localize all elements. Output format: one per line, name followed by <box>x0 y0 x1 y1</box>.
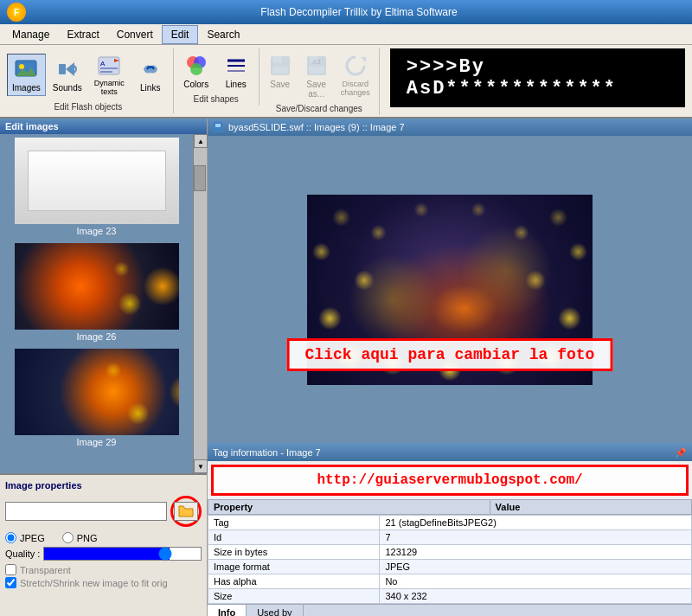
tag-table-row: Has alphaNo <box>208 574 692 589</box>
edit-objects-label: Edit Flash objects <box>54 102 122 112</box>
sounds-label: Sounds <box>53 83 82 93</box>
discard-icon <box>343 54 368 78</box>
toolbar-row-shapes: Colors Lines <box>177 50 255 93</box>
tag-property-cell: Has alpha <box>208 574 380 589</box>
right-panel: byasd5SLIDE.swf :: Images (9) :: Image 7… <box>208 119 692 616</box>
folder-button-circle[interactable] <box>170 496 202 527</box>
tag-table-row: Tag21 (stagDefineBitsJPEG2) <box>208 516 692 530</box>
menu-search[interactable]: Search <box>198 26 248 43</box>
svg-rect-7 <box>100 67 118 69</box>
menu-bar: Manage Extract Convert Edit Search <box>0 24 692 45</box>
image-list-container: Image 23 Image 26 Image 29 ▲ <box>0 134 207 473</box>
save-as-label: Saveas... <box>306 80 326 99</box>
dynamic-texts-label: Dynamictexts <box>94 80 125 97</box>
tag-property-cell: Tag <box>208 516 380 530</box>
menu-convert[interactable]: Convert <box>108 26 162 43</box>
images-label: Images <box>12 83 41 93</box>
title-bar: F Flash Decompiler Trillix by Eltima Sof… <box>0 0 692 24</box>
left-panel-title: Edit images <box>0 119 207 134</box>
tool-dynamic-texts-button[interactable]: A Dynamictexts <box>89 50 130 100</box>
tag-table-row: Size340 x 232 <box>208 589 692 604</box>
tag-property-cell: Size in bytes <box>208 545 380 560</box>
svg-rect-25 <box>215 124 221 127</box>
tag-pin-icon[interactable]: 📌 <box>675 447 687 459</box>
scroll-track <box>194 148 207 459</box>
png-radio[interactable] <box>62 532 74 543</box>
tag-property-cell: Image format <box>208 560 380 574</box>
save-button[interactable]: Save <box>263 50 298 102</box>
tag-rows-container: Tag21 (stagDefineBitsJPEG2)Id7Size in by… <box>208 515 692 604</box>
links-label: Links <box>140 83 160 93</box>
toolbar-group-save: Save AS Saveas... <box>260 48 380 115</box>
image-label-23: Image 23 <box>3 226 189 236</box>
images-icon <box>14 57 38 81</box>
click-overlay[interactable]: Click aqui para cambiar la foto <box>287 338 613 371</box>
image-thumb-23 <box>15 138 179 224</box>
svg-rect-3 <box>59 64 66 74</box>
tool-images-button[interactable]: Images <box>7 54 46 96</box>
lines-label: Lines <box>226 80 247 89</box>
discard-label: Discardchanges <box>341 80 370 97</box>
image-thumb-26 <box>15 243 179 330</box>
scroll-down-arrow[interactable]: ▼ <box>194 459 208 473</box>
scroll-up-arrow[interactable]: ▲ <box>194 134 208 148</box>
transparent-checkbox[interactable] <box>5 564 16 575</box>
tag-data-table: Tag21 (stagDefineBitsJPEG2)Id7Size in by… <box>208 515 692 604</box>
tool-links-button[interactable]: Links <box>131 54 170 96</box>
toolbar: Images Sounds A <box>0 45 692 119</box>
sounds-icon <box>55 57 80 81</box>
format-radio-row: JPEG PNG <box>5 532 202 543</box>
main-content: Edit images Image 23 Image 26 <box>0 119 692 616</box>
right-panel-header: byasd5SLIDE.swf :: Images (9) :: Image 7 <box>208 119 692 136</box>
tag-panel: Tag information - Image 7 📌 http://guias… <box>208 443 692 616</box>
scroll-thumb[interactable] <box>194 165 206 191</box>
tool-colors-button[interactable]: Colors <box>177 50 215 93</box>
tool-sounds-button[interactable]: Sounds <box>48 54 87 96</box>
svg-point-1 <box>19 64 24 69</box>
click-overlay-text: Click aqui para cambiar la foto <box>305 346 595 363</box>
transparent-row: Transparent <box>5 564 202 575</box>
title-bar-text: Flash Decompiler Trillix by Eltima Softw… <box>33 6 685 18</box>
tag-value-cell: No <box>380 574 692 589</box>
transparent-label: Transparent <box>20 565 71 575</box>
tab-used-by[interactable]: Used by <box>247 605 303 616</box>
bottom-tabs: Info Used by <box>208 604 692 616</box>
image-list-scrollbar[interactable]: ▲ ▼ <box>193 134 207 473</box>
menu-manage[interactable]: Manage <box>3 26 58 43</box>
list-item[interactable]: Image 23 <box>3 138 189 236</box>
menu-edit[interactable]: Edit <box>162 25 199 44</box>
lines-icon <box>224 54 248 78</box>
tab-info[interactable]: Info <box>208 605 247 616</box>
png-radio-label[interactable]: PNG <box>62 532 98 543</box>
stretch-row: Stretch/Shrink new image to fit orig <box>5 577 202 588</box>
tag-table-row: Image formatJPEG <box>208 560 692 574</box>
tag-value-cell: 123129 <box>380 545 692 560</box>
image-thumb-29 <box>15 349 179 435</box>
tag-property-cell: Id <box>208 530 380 545</box>
save-as-button[interactable]: AS Saveas... <box>299 50 334 102</box>
edit-shapes-label: Edit shapes <box>194 94 239 104</box>
links-icon <box>138 57 163 81</box>
toolbar-row-objects: Images Sounds A <box>7 50 170 100</box>
svg-point-12 <box>190 63 202 75</box>
image-path-input[interactable] <box>5 502 167 521</box>
image-label-29: Image 29 <box>3 437 189 447</box>
jpeg-radio-label[interactable]: JPEG <box>5 532 45 543</box>
tag-value-cell: JPEG <box>380 560 692 574</box>
folder-button[interactable] <box>174 502 198 521</box>
tag-panel-header: Tag information - Image 7 📌 <box>208 445 692 461</box>
tag-property-cell: Size <box>208 589 380 604</box>
menu-extract[interactable]: Extract <box>58 26 107 43</box>
tag-value-cell: 340 x 232 <box>380 589 692 604</box>
list-item[interactable]: Image 26 <box>3 243 189 342</box>
discard-button[interactable]: Discardchanges <box>336 50 375 102</box>
quality-row: Quality : <box>5 547 202 561</box>
svg-rect-18 <box>272 67 288 74</box>
stretch-checkbox[interactable] <box>5 577 16 588</box>
jpeg-radio[interactable] <box>5 532 16 543</box>
image-list: Image 23 Image 26 Image 29 <box>0 134 193 473</box>
save-label: Save <box>270 80 290 89</box>
tool-lines-button[interactable]: Lines <box>217 50 255 93</box>
quality-slider[interactable] <box>43 547 202 561</box>
list-item[interactable]: Image 29 <box>3 349 189 447</box>
